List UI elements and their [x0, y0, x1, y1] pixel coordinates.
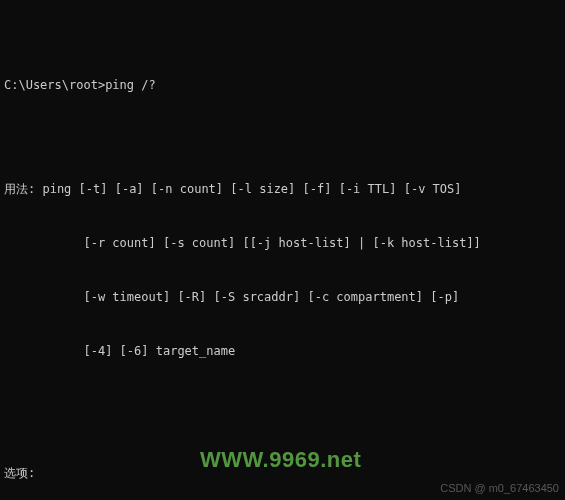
command-prompt-line: C:\Users\root>ping /?	[4, 76, 565, 94]
usage-line: 用法: ping [-t] [-a] [-n count] [-l size] …	[4, 180, 565, 198]
usage-line: [-w timeout] [-R] [-S srcaddr] [-c compa…	[4, 288, 565, 306]
usage-line: [-r count] [-s count] [[-j host-list] | …	[4, 234, 565, 252]
usage-block: 用法: ping [-t] [-a] [-n count] [-l size] …	[4, 144, 565, 378]
watermark-url: WWW.9969.net	[200, 443, 361, 476]
usage-line: [-4] [-6] target_name	[4, 342, 565, 360]
watermark-csdn: CSDN @ m0_67463450	[440, 480, 559, 497]
